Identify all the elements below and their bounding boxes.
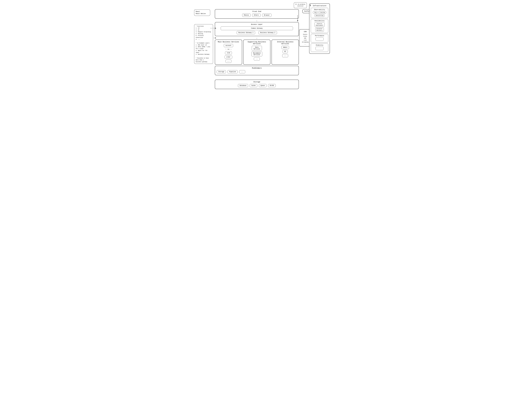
main-dots-box: ... [226, 60, 232, 63]
common-gateway: Common Gateway [221, 26, 293, 30]
frontend-items: Mobile Others Browser [217, 14, 297, 17]
account-box: account [224, 44, 233, 47]
stability-label: Stability [312, 44, 327, 46]
frontend-others: Others [252, 14, 261, 17]
storage-section: Storage Database Cache Queue OS/BS [215, 80, 299, 89]
order-box: order [225, 55, 232, 59]
monitoring-item: monitoring [314, 14, 325, 17]
infra-label: Infrastructure [311, 5, 328, 7]
queue-box: Queue [259, 84, 266, 87]
cdn-static: Static Files [301, 34, 309, 37]
observability-items: log tracing monitoring [312, 11, 327, 17]
internal-dots-box: ... [282, 54, 288, 57]
rpc-arrows: ↑ rpc ↓ [225, 48, 232, 50]
arrow-down-rpc: ↓ [230, 48, 231, 50]
storage-label: Storage [217, 81, 297, 83]
middleware-items: Storage Pipeline ... [217, 70, 297, 73]
disaster-recovery-item: Disaster Recovery [315, 27, 324, 32]
performance-empty [315, 37, 323, 41]
services-row: Main Business Services account ↑ rpc ↓ i… [215, 40, 299, 65]
internal-business-items: Admin BI ... [273, 46, 297, 57]
onpremise-callout: Or on-premise solution [294, 2, 307, 8]
osbs-box: OS/BS [268, 84, 276, 87]
middleware-section: MiddleWare Storage Pipeline ... [215, 66, 299, 75]
frontend-label: Front End [217, 11, 297, 12]
observability-label: Observability [312, 9, 327, 10]
tracing-item: tracing [318, 11, 326, 14]
access-label: Access Layer [217, 24, 297, 25]
onpremise-label: Or on-premise solution [295, 4, 305, 7]
data-services-box: Data Services [252, 46, 262, 51]
frontend-mobile: Mobile [242, 14, 251, 17]
supporting-business-box: Supporting Business Services Data Servic… [243, 40, 271, 65]
pipeline-box: Pipeline [227, 70, 238, 73]
database-box: Database [238, 84, 248, 87]
item-box: item [225, 51, 232, 54]
supporting-business-items: Data Services Recommend Services ... [245, 46, 269, 61]
arrow-access-services: ↓ [215, 37, 299, 39]
main-business-items: account ↑ rpc ↓ item order ... [217, 44, 240, 63]
internal-business-box: Internal Business Services Admin BI ... [271, 40, 299, 65]
react-label: React React Native [196, 11, 206, 15]
react-callout: React React Native [194, 9, 210, 16]
cdn-livestreaming: Live Streaming [301, 39, 309, 43]
performance-section: Performance [311, 34, 328, 43]
frontend-section: Front End Mobile Others Browser [215, 9, 299, 19]
internal-business-label: Internal Business Services [273, 41, 297, 45]
middleware-dots-box: ... [239, 70, 245, 73]
supporting-dots-box: ... [254, 57, 260, 61]
cache-box: Cache [250, 84, 257, 87]
elastic-deployment-item: Elastic Deployment [314, 22, 325, 27]
availability-label: Availability [312, 20, 327, 22]
main-diagram: Front End Mobile Others Browser OutPut ↓… [215, 9, 299, 89]
observability-section: Observability log tracing monitoring [311, 8, 328, 18]
log-item: log [313, 11, 318, 14]
main-business-box: Main Business Services account ↑ rpc ↓ i… [215, 40, 242, 65]
business-gateway-2: Business Gateway 2 [259, 31, 277, 34]
middleware-label: MiddleWare [217, 67, 297, 69]
output-label: OutPut [304, 10, 310, 12]
main-business-label: Main Business Services [217, 41, 240, 43]
cdn-dots: ... [301, 43, 309, 45]
cdn-label: CDN [301, 31, 309, 33]
functions-callout: * Functions 1. LB 2. AC 3. Request Forwa… [194, 24, 213, 64]
supporting-business-label: Supporting Business Services [245, 41, 269, 45]
rpc-label: rpc [227, 49, 229, 50]
performance-label: Performance [312, 35, 327, 37]
stability-empty [315, 47, 323, 50]
stability-section: Stability [311, 43, 328, 52]
gateways-row: Business Gateway 1 Business Gateway 2 [237, 31, 277, 34]
availability-items: Elastic Deployment Disaster Recovery [312, 22, 327, 32]
access-inner: Common Gateway Business Gateway 1 Busine… [217, 26, 297, 34]
functions-label: * Functions 1. LB 2. AC 3. Request Forwa… [196, 26, 211, 62]
recommend-services-box: Recommend Services [251, 52, 262, 56]
admin-box: Admin [281, 46, 289, 49]
infra-panel: Infrastructure Observability log tracing… [309, 3, 330, 54]
storage-mw-box: Storage [217, 70, 226, 73]
frontend-browser: Browser [262, 14, 271, 17]
storage-items: Database Cache Queue OS/BS [217, 84, 297, 87]
bi-box: BI [283, 50, 288, 53]
arrow-up-rpc: ↑ [225, 48, 226, 50]
access-section: Access Layer Common Gateway Business Gat… [215, 22, 299, 36]
arrow-frontend-access: ↓ [215, 20, 299, 22]
business-gateway-1: Business Gateway 1 [237, 31, 255, 34]
availability-section: Availability Elastic Deployment Disaster… [311, 19, 328, 33]
cdn-ugc: UGC [301, 37, 309, 39]
